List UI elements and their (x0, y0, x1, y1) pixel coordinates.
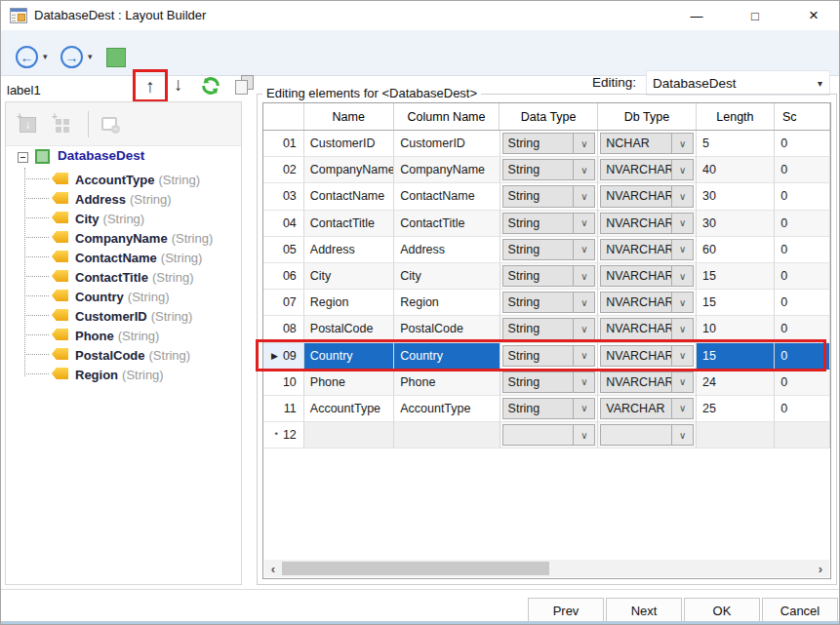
tree-item[interactable]: ContactTitle(String) (6, 266, 241, 286)
cell-length[interactable]: 24 (697, 370, 775, 396)
header-scale[interactable]: Sc (775, 103, 830, 130)
cell-name[interactable]: ContactName (304, 183, 394, 210)
cell-column-name[interactable]: Phone (394, 370, 500, 396)
dropdown-chevron-icon[interactable]: ∨ (573, 214, 594, 233)
maximize-button[interactable]: □ (740, 4, 770, 27)
row-header[interactable]: 06 (263, 263, 304, 290)
cell-length[interactable]: 15 (697, 343, 775, 370)
row-header[interactable]: 05 (263, 237, 304, 263)
cell-length[interactable]: 30 (697, 211, 775, 237)
table-row[interactable]: ▶09 Country Country String∨ NVARCHAR∨ 15… (263, 343, 830, 370)
editing-combobox[interactable]: DatabaseDest ▾ (646, 70, 830, 96)
forward-dropdown-caret-icon[interactable]: ▾ (88, 52, 93, 61)
cell-length[interactable]: 10 (697, 316, 775, 342)
refresh-button[interactable] (199, 74, 222, 98)
dropdown-chevron-icon[interactable]: ∨ (573, 425, 594, 445)
table-row[interactable]: 06 City City String∨ NVARCHAR∨ 15 0 (263, 263, 830, 290)
cell-name[interactable]: Address (304, 237, 394, 263)
header-column-name[interactable]: Column Name (394, 103, 500, 130)
tree-item[interactable]: Address(String) (6, 188, 241, 208)
collapse-icon[interactable] (18, 152, 28, 163)
remove-field-button[interactable]: − (100, 114, 121, 136)
table-row[interactable]: 05 Address Address String∨ NVARCHAR∨ 60 … (263, 237, 830, 263)
db-type-dropdown[interactable]: ∨ (600, 424, 694, 446)
dropdown-chevron-icon[interactable]: ∨ (573, 319, 594, 338)
data-type-dropdown[interactable]: String∨ (502, 265, 596, 287)
dropdown-chevron-icon[interactable]: ∨ (573, 346, 594, 366)
db-type-dropdown[interactable]: NVARCHAR∨ (600, 213, 694, 234)
row-header[interactable]: 04 (263, 211, 304, 237)
dropdown-chevron-icon[interactable]: ∨ (671, 214, 693, 233)
dropdown-chevron-icon[interactable]: ∨ (573, 186, 594, 206)
forward-button[interactable]: → (60, 46, 83, 68)
cell-scale[interactable]: 0 (775, 396, 830, 422)
data-type-dropdown[interactable]: String∨ (502, 133, 596, 154)
cell-name[interactable]: City (304, 263, 394, 290)
cell-name[interactable]: Region (304, 290, 394, 316)
tree-item[interactable]: CompanyName(String) (6, 227, 241, 247)
cell-name[interactable]: Phone (304, 370, 394, 396)
cell-length[interactable]: 5 (697, 131, 775, 157)
close-button[interactable]: × (799, 4, 828, 27)
scroll-right-icon[interactable]: › (812, 560, 829, 577)
cell-name[interactable] (304, 422, 394, 449)
db-type-dropdown[interactable]: NVARCHAR∨ (600, 239, 694, 260)
cell-column-name[interactable] (394, 422, 500, 449)
table-row[interactable]: 04 ContactTitle ContactTitle String∨ NVA… (263, 211, 830, 237)
row-header[interactable]: *12 (263, 422, 304, 449)
data-type-dropdown[interactable]: String∨ (502, 398, 596, 419)
db-type-dropdown[interactable]: NVARCHAR∨ (600, 159, 694, 180)
cell-name[interactable]: ContactTitle (304, 211, 394, 237)
prev-button[interactable]: Prev (528, 598, 604, 624)
scroll-left-icon[interactable]: ‹ (264, 560, 282, 577)
dropdown-chevron-icon[interactable]: ∨ (573, 240, 594, 259)
row-header[interactable]: ▶09 (263, 343, 304, 370)
tree-root[interactable]: DatabaseDest (6, 145, 241, 169)
header-db-type[interactable]: Db Type (598, 103, 697, 130)
tree-item[interactable]: Country(String) (6, 286, 241, 305)
data-type-dropdown[interactable]: String∨ (502, 185, 596, 207)
cell-length[interactable]: 15 (697, 263, 775, 290)
header-name[interactable]: Name (304, 103, 394, 130)
dropdown-chevron-icon[interactable]: ∨ (671, 319, 693, 338)
cell-column-name[interactable]: CompanyName (394, 157, 500, 183)
row-header[interactable]: 08 (263, 316, 304, 342)
cell-scale[interactable] (775, 422, 830, 449)
table-row[interactable]: 08 PostalCode PostalCode String∨ NVARCHA… (263, 316, 830, 342)
tree-item[interactable]: City(String) (6, 208, 241, 227)
db-type-dropdown[interactable]: NVARCHAR∨ (600, 292, 694, 313)
dropdown-chevron-icon[interactable]: ∨ (573, 399, 594, 418)
scrollbar-thumb[interactable] (282, 562, 549, 575)
table-row[interactable]: 03 ContactName ContactName String∨ NVARC… (263, 183, 830, 210)
dropdown-chevron-icon[interactable]: ∨ (573, 266, 594, 286)
cell-column-name[interactable]: CustomerID (394, 131, 500, 157)
cell-column-name[interactable]: Region (394, 290, 500, 316)
header-data-type[interactable]: Data Type (500, 103, 598, 130)
cell-name[interactable]: CustomerID (304, 131, 394, 157)
table-row[interactable]: 02 CompanyName CompanyName String∨ NVARC… (263, 157, 830, 183)
cell-scale[interactable]: 0 (775, 157, 830, 183)
tree-item[interactable]: AccountType(String) (6, 169, 241, 188)
tree-item[interactable]: PostalCode(String) (6, 344, 241, 364)
move-down-button[interactable]: ↓ (174, 75, 183, 94)
next-button[interactable]: Next (606, 598, 682, 624)
table-row[interactable]: 10 Phone Phone String∨ NVARCHAR∨ 24 0 (263, 370, 830, 396)
cell-length[interactable]: 40 (697, 157, 775, 183)
back-dropdown-caret-icon[interactable]: ▾ (43, 52, 48, 61)
data-type-dropdown[interactable]: String∨ (502, 345, 596, 367)
db-type-dropdown[interactable]: NVARCHAR∨ (600, 185, 694, 207)
cell-length[interactable]: 25 (697, 396, 775, 422)
db-type-dropdown[interactable]: NVARCHAR∨ (600, 345, 694, 367)
add-field-button[interactable]: + ↓ (18, 114, 39, 136)
cell-scale[interactable]: 0 (775, 183, 830, 210)
back-button[interactable]: ← (16, 46, 38, 68)
dropdown-chevron-icon[interactable]: ∨ (671, 425, 693, 445)
tree-item[interactable]: CustomerID(String) (6, 305, 241, 325)
data-type-dropdown[interactable]: String∨ (502, 159, 596, 180)
dropdown-chevron-icon[interactable]: ∨ (671, 293, 693, 312)
dropdown-chevron-icon[interactable]: ∨ (671, 266, 693, 286)
cell-length[interactable]: 60 (697, 237, 775, 263)
cell-column-name[interactable]: AccountType (394, 396, 500, 422)
copy-layout-button[interactable] (234, 75, 258, 97)
move-up-button[interactable]: ↑ (145, 77, 155, 96)
